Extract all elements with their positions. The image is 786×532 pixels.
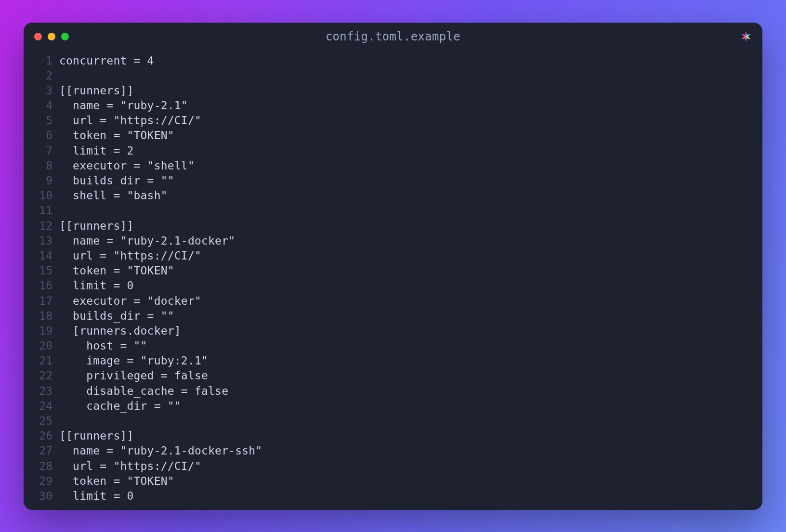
line-number: 14 [24, 248, 59, 263]
code-line: 10 shell = "bash" [24, 188, 762, 203]
line-number: 17 [24, 294, 59, 309]
line-content: [[runners]] [59, 428, 134, 443]
line-number: 24 [24, 399, 59, 414]
line-content: url = "https://CI/" [59, 459, 201, 474]
code-line: 11 [24, 203, 762, 218]
line-content: host = "" [59, 338, 147, 353]
line-number: 2 [24, 68, 59, 83]
code-line: 3[[runners]] [24, 83, 762, 98]
code-line: 25 [24, 414, 762, 428]
code-line: 20 host = "" [24, 338, 762, 353]
line-number: 19 [24, 324, 59, 338]
code-line: 15 token = "TOKEN" [24, 263, 762, 278]
line-number: 21 [24, 353, 59, 368]
line-number: 23 [24, 384, 59, 399]
code-line: 5 url = "https://CI/" [24, 113, 762, 128]
code-line: 12[[runners]] [24, 219, 762, 234]
code-line: 16 limit = 0 [24, 278, 762, 293]
line-content: concurrent = 4 [59, 53, 154, 68]
titlebar: config.toml.example [24, 23, 762, 51]
line-content: [[runners]] [59, 83, 134, 98]
line-number: 13 [24, 234, 59, 248]
line-content: builds_dir = "" [59, 309, 174, 324]
line-number: 30 [24, 489, 59, 504]
traffic-lights [34, 33, 69, 40]
line-content: image = "ruby:2.1" [59, 353, 208, 368]
line-number: 26 [24, 428, 59, 443]
code-line: 29 token = "TOKEN" [24, 474, 762, 489]
line-number: 6 [24, 128, 59, 143]
code-line: 8 executor = "shell" [24, 158, 762, 173]
brand-asterisk-icon [739, 30, 753, 43]
line-content: name = "ruby-2.1-docker" [59, 234, 235, 248]
code-line: 13 name = "ruby-2.1-docker" [24, 234, 762, 248]
line-number: 11 [24, 203, 59, 218]
line-number: 29 [24, 474, 59, 489]
code-line: 27 name = "ruby-2.1-docker-ssh" [24, 443, 762, 458]
line-content: name = "ruby-2.1" [59, 98, 188, 113]
line-content: builds_dir = "" [59, 173, 174, 188]
line-number: 15 [24, 263, 59, 278]
line-number: 4 [24, 98, 59, 113]
code-line: 24 cache_dir = "" [24, 399, 762, 414]
line-number: 10 [24, 188, 59, 203]
close-button[interactable] [34, 33, 42, 40]
line-number: 1 [24, 53, 59, 68]
line-number: 22 [24, 368, 59, 383]
line-number: 3 [24, 83, 59, 98]
line-content: url = "https://CI/" [59, 113, 201, 128]
line-content: token = "TOKEN" [59, 128, 174, 143]
line-content: executor = "shell" [59, 158, 195, 173]
code-line: 28 url = "https://CI/" [24, 459, 762, 474]
code-line: 14 url = "https://CI/" [24, 248, 762, 263]
maximize-button[interactable] [61, 33, 69, 40]
code-line: 23 disable_cache = false [24, 384, 762, 399]
line-number: 16 [24, 278, 59, 293]
line-content: token = "TOKEN" [59, 263, 174, 278]
line-content: name = "ruby-2.1-docker-ssh" [59, 443, 262, 458]
line-content: executor = "docker" [59, 294, 201, 309]
line-number: 9 [24, 173, 59, 188]
code-line: 2 [24, 68, 762, 83]
line-content: token = "TOKEN" [59, 474, 174, 489]
code-line: 1concurrent = 4 [24, 53, 762, 68]
line-content: url = "https://CI/" [59, 248, 201, 263]
line-content: privileged = false [59, 368, 208, 383]
line-content: shell = "bash" [59, 188, 168, 203]
line-number: 8 [24, 158, 59, 173]
code-editor[interactable]: 1concurrent = 423[[runners]]4 name = "ru… [24, 51, 762, 510]
line-content: limit = 0 [59, 489, 134, 504]
code-line: 7 limit = 2 [24, 143, 762, 158]
line-number: 18 [24, 309, 59, 324]
line-content: [runners.docker] [59, 324, 181, 338]
line-number: 27 [24, 443, 59, 458]
line-content: disable_cache = false [59, 384, 228, 399]
code-line: 22 privileged = false [24, 368, 762, 383]
window-title: config.toml.example [326, 30, 460, 43]
line-number: 5 [24, 113, 59, 128]
code-line: 26[[runners]] [24, 428, 762, 443]
line-number: 7 [24, 143, 59, 158]
line-number: 12 [24, 219, 59, 234]
code-line: 4 name = "ruby-2.1" [24, 98, 762, 113]
code-line: 6 token = "TOKEN" [24, 128, 762, 143]
code-lines-container: 1concurrent = 423[[runners]]4 name = "ru… [24, 53, 762, 504]
code-line: 19 [runners.docker] [24, 324, 762, 338]
editor-window: config.toml.example 1concurrent = 423[[r… [24, 23, 762, 510]
minimize-button[interactable] [48, 33, 55, 40]
code-line: 17 executor = "docker" [24, 294, 762, 309]
code-line: 21 image = "ruby:2.1" [24, 353, 762, 368]
line-content: limit = 0 [59, 278, 134, 293]
line-number: 25 [24, 414, 59, 428]
line-number: 20 [24, 338, 59, 353]
line-content: [[runners]] [59, 219, 134, 234]
code-line: 30 limit = 0 [24, 489, 762, 504]
line-content: limit = 2 [59, 143, 134, 158]
line-number: 28 [24, 459, 59, 474]
line-content: cache_dir = "" [59, 399, 181, 414]
code-line: 9 builds_dir = "" [24, 173, 762, 188]
code-line: 18 builds_dir = "" [24, 309, 762, 324]
